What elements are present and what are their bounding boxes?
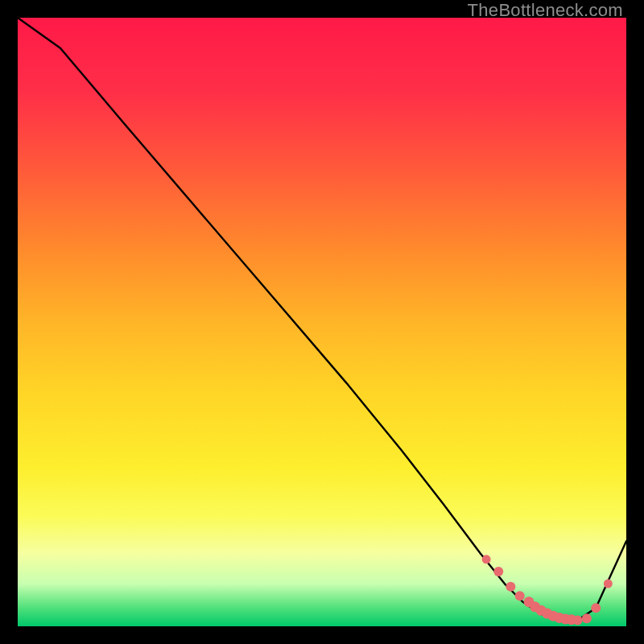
chart-svg (18, 18, 626, 626)
bottleneck-curve (18, 18, 626, 620)
data-marker (482, 555, 491, 564)
data-marker (591, 603, 601, 613)
data-marker (493, 567, 503, 576)
data-marker (515, 591, 525, 601)
marker-group (482, 555, 613, 625)
data-marker (573, 615, 583, 625)
data-marker (582, 613, 592, 623)
data-marker (604, 580, 613, 588)
data-marker (506, 582, 515, 592)
